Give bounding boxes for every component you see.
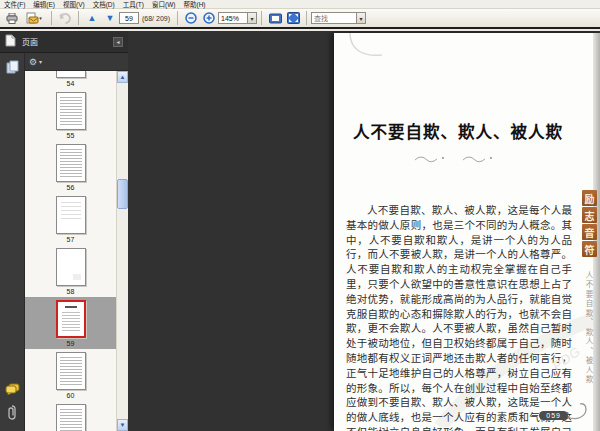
page-number-input[interactable]: [119, 12, 139, 24]
thumbnail-label: 58: [67, 288, 75, 295]
toolbar-separator: [177, 11, 178, 25]
printer-icon: [6, 13, 18, 24]
attachments-paperclip-icon[interactable]: [7, 405, 17, 424]
margin-chapter-caption: 人不要自欺、欺人、被人欺: [583, 271, 594, 385]
print-button[interactable]: [4, 11, 20, 26]
thumbnail-label: 57: [67, 236, 75, 243]
menu-window[interactable]: 窗口(W): [152, 0, 175, 9]
thumbnail-label: 55: [67, 132, 75, 139]
series-tab-char: 符: [582, 241, 597, 257]
series-tab: 励 志 音 符: [582, 190, 597, 257]
panel-collapse-button[interactable]: ◂: [113, 37, 123, 47]
previous-view-icon: [59, 12, 72, 24]
thumbnail-page-57[interactable]: 57: [25, 193, 116, 245]
body-paragraph: 人不要自欺、欺人、被人欺，这是每个人最基本的做人原则，也是三个不同的为人概念。其…: [346, 204, 572, 431]
thumbnail-image[interactable]: [56, 144, 86, 182]
thumbnail-image[interactable]: [56, 248, 86, 286]
menu-tools[interactable]: 工具(T): [123, 0, 144, 9]
document-page: 人不要自欺、欺人、被人欺 人不要自欺、欺人、被人欺，这是每个人最基本的做人原则，…: [334, 33, 600, 431]
email-button[interactable]: ▾: [22, 11, 46, 26]
previous-page-button[interactable]: ▲: [84, 11, 100, 26]
thumbnail-label: 59: [67, 340, 75, 347]
thumbnail-label: 56: [67, 184, 75, 191]
thumbnail-scrollbar[interactable]: ▲ ▼: [116, 71, 128, 431]
thumbnail-image[interactable]: [56, 352, 86, 390]
scroll-up-button[interactable]: ▲: [117, 71, 128, 83]
series-tab-char: 音: [582, 224, 597, 240]
thumbnail-image[interactable]: [56, 404, 86, 431]
fit-width-button[interactable]: [267, 11, 283, 26]
comments-panel-icon[interactable]: [5, 381, 20, 399]
send-document-icon: [26, 12, 39, 24]
document-canvas[interactable]: 人不要自欺、欺人、被人欺 人不要自欺、欺人、被人欺，这是每个人最基本的做人原则，…: [128, 31, 600, 431]
email-dropdown-icon: ▾: [39, 16, 42, 21]
layers-panel-icon[interactable]: [6, 60, 19, 78]
thumbnail-label: 54: [67, 80, 75, 87]
toolbar-separator: [78, 11, 79, 25]
toolbar-separator: [51, 11, 52, 25]
menu-document[interactable]: 文档(D): [93, 0, 115, 9]
sidebar-rail: [0, 53, 24, 431]
thumbnail-image[interactable]: [56, 71, 86, 78]
toolbar-separator: [261, 11, 262, 25]
thumbnail-page-56[interactable]: 56: [25, 141, 116, 193]
top-left-flourish: [348, 33, 388, 63]
next-page-button[interactable]: ▼: [102, 11, 118, 26]
fit-page-icon: [287, 12, 300, 24]
chapter-title: 人不要自欺、欺人、被人欺: [344, 119, 572, 143]
zoom-out-icon: [185, 12, 197, 24]
zoom-in-button[interactable]: [201, 11, 217, 26]
thumbnail-page-54[interactable]: 54: [25, 71, 116, 89]
thumbnail-options-row: ⚙ ▾: [25, 53, 128, 71]
menu-bar: 文件(F) 编辑(E) 视图(V) 文档(D) 工具(T) 窗口(W) 帮助(H…: [0, 0, 600, 9]
zoom-level-input[interactable]: [218, 12, 248, 24]
previous-view-button[interactable]: [57, 11, 73, 26]
thumbnail-page-59[interactable]: 59: [25, 297, 116, 349]
find-dropdown-button[interactable]: ▾: [357, 12, 366, 24]
zoom-dropdown-button[interactable]: ▾: [248, 12, 257, 24]
series-tab-char: 励: [582, 190, 597, 206]
thumbnail-page-60[interactable]: 60: [25, 349, 116, 401]
thumbnail-image[interactable]: [56, 92, 86, 130]
scrollbar-track[interactable]: [117, 83, 128, 419]
thumbnail-page-58[interactable]: 58: [25, 245, 116, 297]
thumbnail-image[interactable]: [56, 196, 86, 234]
menu-view[interactable]: 视图(V): [63, 0, 85, 9]
pages-icon: [5, 34, 16, 49]
thumbnail-list: 54555657585960: [25, 71, 116, 431]
navigation-sidebar: 页面 ◂ ⚙ ▾ 5: [0, 31, 128, 431]
gear-icon[interactable]: ⚙: [29, 57, 37, 67]
zoom-out-button[interactable]: [183, 11, 199, 26]
chevron-down-icon: ▾: [251, 15, 254, 22]
toolbar: ▾ ▲ ▼ (68/ 209) ▾ ▾: [0, 9, 600, 29]
title-ornament-icon: [344, 149, 572, 167]
arrow-down-icon: ▼: [106, 14, 115, 23]
thumbnail-page-55[interactable]: 55: [25, 89, 116, 141]
toolbar-separator: [306, 11, 307, 25]
fit-width-icon: [269, 13, 282, 24]
find-input[interactable]: [311, 12, 357, 24]
page-number-badge: 059: [539, 411, 568, 420]
menu-file[interactable]: 文件(F): [4, 0, 25, 9]
page-number-flourish: [566, 401, 592, 427]
arrow-up-icon: ▲: [88, 14, 97, 23]
zoom-in-icon: [203, 12, 215, 24]
menu-help[interactable]: 帮助(H): [183, 0, 205, 9]
menu-edit[interactable]: 编辑(E): [33, 0, 55, 9]
pages-panel-header: 页面 ◂: [0, 31, 128, 53]
thumbnail-label: 60: [67, 392, 75, 399]
pages-panel-title: 页面: [22, 36, 38, 47]
series-tab-char: 志: [582, 207, 597, 223]
options-dropdown-icon[interactable]: ▾: [39, 58, 42, 65]
page-count-label: (68/ 209): [142, 15, 170, 22]
scroll-down-button[interactable]: ▼: [117, 419, 128, 431]
thumbnail-page-61[interactable]: [25, 401, 116, 431]
scrollbar-thumb[interactable]: [117, 179, 128, 209]
chevron-down-icon: ▾: [360, 15, 363, 22]
thumbnail-image[interactable]: [56, 300, 86, 338]
fit-page-button[interactable]: [285, 11, 301, 26]
main-area: 页面 ◂ ⚙ ▾ 5: [0, 31, 600, 431]
thumbnails-panel: ⚙ ▾ 54555657585960 ▲ ▼: [24, 53, 128, 431]
